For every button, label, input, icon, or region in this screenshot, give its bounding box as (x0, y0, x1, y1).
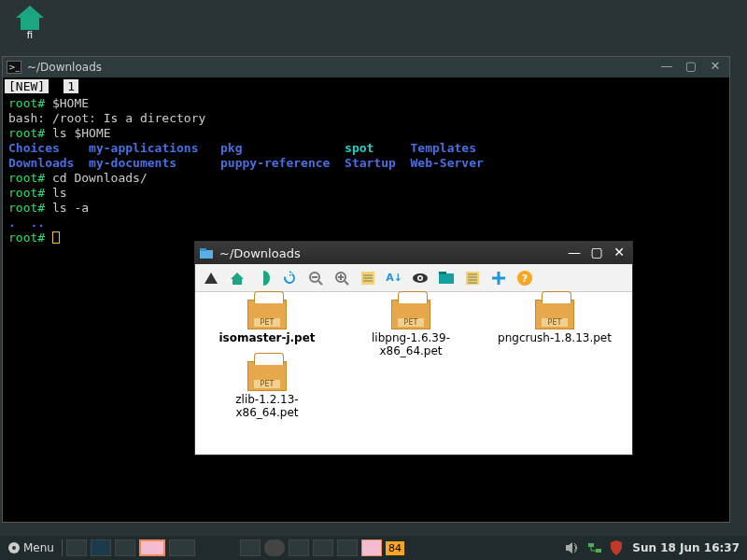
terminal-tabbar: [NEW] 1 (3, 77, 729, 94)
fm-minimize-button[interactable]: — (565, 245, 584, 261)
fm-toolbar: A↓ ? (195, 264, 632, 292)
taskbar-task-terminal-2[interactable] (313, 539, 333, 556)
terminal-tab-1[interactable]: 1 (63, 79, 78, 93)
svg-text:?: ? (522, 273, 528, 285)
desktop-home-icon[interactable]: fi (11, 6, 49, 40)
pet-package-icon (391, 300, 430, 329)
svg-rect-31 (588, 543, 594, 547)
fm-title: ~/Downloads (219, 246, 301, 260)
desktop-icon-label: fi (27, 30, 33, 40)
taskbar-task-terminal-1[interactable] (289, 539, 309, 556)
terminal-new-tab[interactable]: [NEW] (5, 79, 49, 93)
svg-line-8 (345, 281, 348, 285)
list-view-icon[interactable] (359, 270, 376, 287)
taskbar: Menu 84 Sun 18 Jun 16:37 (0, 536, 747, 560)
taskbar-workspace-2[interactable] (169, 539, 195, 556)
svg-rect-19 (439, 272, 446, 274)
taskbar-task-unknown[interactable] (264, 539, 285, 556)
pet-package-icon (247, 300, 287, 329)
eye-icon[interactable] (412, 270, 429, 287)
terminal-maximize-button[interactable]: ▢ (681, 60, 701, 75)
svg-point-30 (12, 546, 16, 550)
svg-rect-1 (200, 248, 206, 251)
taskbar-launcher-files[interactable] (115, 539, 135, 556)
menu-icon (7, 541, 21, 554)
taskbar-task-files[interactable] (240, 539, 261, 556)
refresh-icon[interactable] (281, 270, 298, 287)
folder-icon (199, 246, 214, 259)
sort-icon[interactable]: A↓ (386, 270, 402, 287)
file-label: libpng-1.6.39-x86_64.pet (350, 331, 472, 357)
help-icon[interactable]: ? (516, 270, 533, 287)
shield-icon[interactable] (610, 540, 623, 555)
fm-file-item[interactable]: isomaster-j.pet (206, 300, 328, 357)
file-label: pngcrush-1.8.13.pet (498, 331, 612, 344)
svg-point-17 (419, 276, 422, 279)
file-manager-window: ~/Downloads — ▢ ✕ A↓ ? isomaster-j.pet l… (194, 241, 633, 455)
menu-label: Menu (23, 541, 54, 554)
file-label: isomaster-j.pet (218, 331, 315, 344)
taskbar-show-desktop[interactable] (66, 539, 87, 556)
terminal-close-button[interactable]: ✕ (705, 60, 726, 75)
fm-file-item[interactable]: libpng-1.6.39-x86_64.pet (350, 300, 472, 357)
svg-rect-18 (439, 273, 454, 284)
taskbar-clock[interactable]: Sun 18 Jun 16:37 (632, 541, 740, 554)
terminal-icon: >_ (7, 61, 21, 74)
fm-file-item[interactable]: zlib-1.2.13-x86_64.pet (206, 361, 328, 419)
pet-package-icon (535, 300, 574, 329)
taskbar-temperature[interactable]: 84 (386, 541, 404, 555)
svg-rect-32 (596, 549, 601, 553)
fm-file-item[interactable]: pngcrush-1.8.13.pet (494, 300, 615, 357)
svg-marker-2 (204, 273, 218, 284)
menu-button[interactable]: Menu (4, 541, 58, 554)
up-icon[interactable] (203, 270, 219, 287)
add-icon[interactable] (490, 270, 507, 287)
taskbar-task-active[interactable] (361, 539, 382, 556)
zoom-in-icon[interactable] (333, 270, 350, 287)
terminal-cursor (52, 231, 60, 244)
svg-marker-3 (231, 273, 244, 285)
home-icon[interactable] (229, 270, 246, 287)
bookmarks-icon[interactable] (255, 270, 272, 287)
network-icon[interactable] (587, 541, 602, 554)
fm-file-grid[interactable]: isomaster-j.pet libpng-1.6.39-x86_64.pet… (195, 292, 632, 455)
details-icon[interactable] (464, 270, 481, 287)
taskbar-workspace-switcher[interactable] (139, 539, 165, 556)
terminal-minimize-button[interactable]: — (656, 60, 677, 75)
zoom-out-icon[interactable] (307, 270, 324, 287)
pet-package-icon (247, 361, 287, 391)
taskbar-launcher-browser[interactable] (91, 539, 111, 556)
open-folder-icon[interactable] (438, 270, 455, 287)
fm-maximize-button[interactable]: ▢ (587, 245, 606, 261)
fm-titlebar[interactable]: ~/Downloads — ▢ ✕ (195, 242, 632, 264)
file-label: zlib-1.2.13-x86_64.pet (206, 393, 328, 419)
fm-close-button[interactable]: ✕ (610, 245, 628, 261)
taskbar-task-terminal-3[interactable] (337, 539, 358, 556)
svg-rect-0 (200, 250, 213, 259)
volume-icon[interactable] (565, 541, 580, 554)
terminal-titlebar[interactable]: >_ ~/Downloads — ▢ ✕ (3, 57, 729, 77)
house-icon (16, 6, 44, 30)
terminal-title: ~/Downloads (27, 61, 102, 74)
svg-line-5 (318, 281, 322, 285)
